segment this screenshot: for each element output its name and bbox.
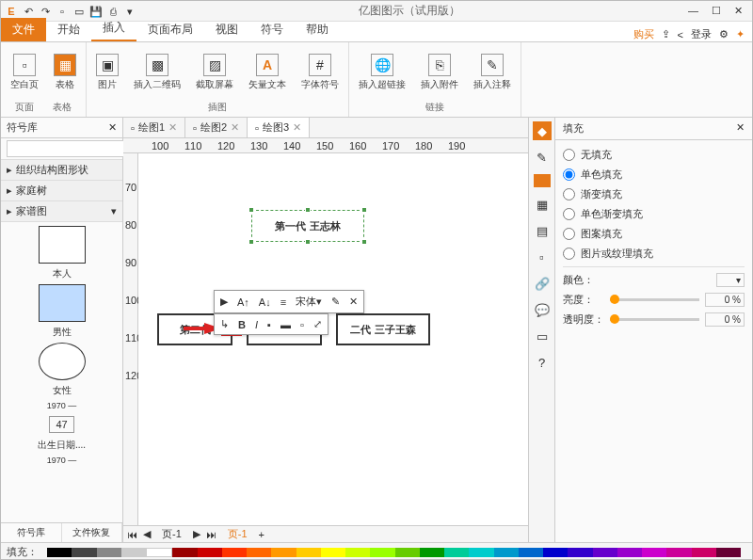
qrcode-button[interactable]: ▩插入二维码 — [128, 44, 186, 100]
tab-insert[interactable]: 插入 — [91, 16, 136, 41]
panel-close-icon[interactable]: ✕ — [736, 121, 745, 136]
shape-male[interactable] — [39, 284, 86, 322]
transparency-value[interactable]: 0 % — [705, 312, 745, 327]
number-box[interactable]: 47 — [49, 416, 73, 433]
add-page-icon[interactable]: + — [259, 529, 264, 540]
tab-view[interactable]: 视图 — [204, 18, 249, 41]
next-page-icon[interactable]: ▶ — [193, 528, 200, 540]
tab-symbol[interactable]: 符号 — [249, 18, 295, 41]
open-icon[interactable]: ▭ — [72, 5, 86, 18]
brightness-slider[interactable] — [610, 298, 699, 301]
font-select[interactable]: 宋体▾ — [292, 293, 326, 311]
tab-start[interactable]: 开始 — [46, 18, 91, 41]
shape-female[interactable] — [39, 343, 86, 380]
transparency-slider[interactable] — [610, 318, 699, 321]
comment-button[interactable]: ✎插入注释 — [468, 44, 517, 100]
close-tab-icon[interactable]: ✕ — [168, 121, 177, 134]
settings-icon[interactable]: ⚙ — [719, 28, 729, 40]
align-icon[interactable]: ≡ — [277, 295, 290, 310]
footer-tab-recovery[interactable]: 文件恢复 — [62, 523, 123, 542]
vector-text-button[interactable]: A矢量文本 — [243, 44, 292, 100]
close-tab-icon[interactable]: ✕ — [231, 121, 239, 134]
fill-solid[interactable]: 单色填充 — [563, 168, 745, 182]
category-family-tree[interactable]: ▸家庭树 — [1, 181, 122, 201]
doc-tab-1[interactable]: ▫绘图1✕ — [123, 118, 185, 137]
image-icon: ▣ — [96, 54, 119, 76]
share2-icon[interactable]: < — [678, 29, 683, 40]
shape-male-label: 男性 — [53, 326, 72, 339]
blank-page-button[interactable]: ▫空白页 — [5, 44, 44, 100]
last-page-icon[interactable]: ⏭ — [206, 529, 216, 540]
close-tab-icon[interactable]: ✕ — [293, 121, 301, 134]
link-tool-icon[interactable]: 🔗 — [533, 274, 552, 293]
file-tab[interactable]: 文件 — [1, 18, 46, 41]
close-toolbar-icon[interactable]: ✕ — [345, 294, 361, 310]
font-symbol-button[interactable]: #字体符号 — [296, 44, 344, 100]
more-icon[interactable]: ▫ — [296, 317, 308, 332]
line-icon[interactable]: ▬ — [277, 317, 295, 332]
doc-tab-2[interactable]: ▫绘图2✕ — [185, 118, 248, 137]
close-icon[interactable]: ✕ — [734, 5, 743, 17]
login-link[interactable]: 登录 — [691, 27, 712, 41]
fill-panel: 填充✕ 无填充 单色填充 渐变填充 单色渐变填充 图案填充 图片或纹理填充 颜色… — [554, 118, 752, 542]
format-painter-icon[interactable]: ✎ — [328, 294, 344, 310]
fill-status-label: 填充： — [7, 545, 38, 559]
category-genealogy[interactable]: ▸家谱图▾ — [1, 201, 122, 222]
font-bigger-icon[interactable]: A↑ — [233, 295, 253, 310]
footer-tab-library[interactable]: 符号库 — [1, 523, 62, 542]
node-gen2c[interactable]: 二代 三子王森 — [336, 313, 430, 345]
layout-tool-icon[interactable]: ▤ — [533, 221, 552, 240]
help-tool-icon[interactable]: ? — [533, 353, 552, 372]
node-gen1[interactable]: 第一代 王志林 — [251, 210, 364, 242]
undo-icon[interactable]: ↶ — [22, 5, 35, 18]
buy-link[interactable]: 购买 — [633, 27, 654, 41]
fill-icon[interactable]: ▪ — [264, 317, 275, 332]
table-button[interactable]: ▦表格 — [48, 44, 82, 100]
line-tool-icon[interactable]: ✎ — [533, 148, 552, 167]
first-page-icon[interactable]: ⏮ — [127, 529, 137, 540]
tab-page-layout[interactable]: 页面布局 — [136, 18, 204, 41]
maximize-icon[interactable]: ☐ — [712, 5, 721, 17]
canvas[interactable]: 第一代 王志林 第二代 二代 三子王森 ▶ A↑ A↓ ≡ 宋体▾ ✎ ✕ — [138, 153, 528, 525]
app-menu-icon[interactable]: ✦ — [736, 28, 745, 40]
doc-tab-3[interactable]: ▫绘图3✕ — [248, 118, 310, 137]
fill-gradient[interactable]: 渐变填充 — [563, 187, 745, 201]
font-smaller-icon[interactable]: A↓ — [255, 295, 275, 310]
tab-help[interactable]: 帮助 — [295, 18, 340, 41]
prev-page-icon[interactable]: ◀ — [143, 528, 151, 540]
new-icon[interactable]: ▫ — [56, 5, 69, 18]
shadow-tool-icon[interactable] — [534, 174, 551, 187]
attachment-button[interactable]: ⎘插入附件 — [415, 44, 464, 100]
panel-close-icon[interactable]: ✕ — [108, 121, 117, 134]
minimize-icon[interactable]: — — [688, 5, 698, 17]
image-button[interactable]: ▣图片 — [90, 44, 124, 100]
italic-icon[interactable]: I — [251, 317, 262, 332]
layer-tool-icon[interactable]: ▭ — [533, 327, 552, 345]
category-org-chart[interactable]: ▸组织结构图形状 — [1, 160, 122, 181]
birthdate-label: 出生日期.... — [38, 439, 86, 452]
page-tab-1[interactable]: 页-1 — [222, 526, 253, 542]
fill-picture[interactable]: 图片或纹理填充 — [563, 247, 745, 261]
shape-self[interactable] — [39, 226, 86, 264]
fill-tool-icon[interactable]: ◆ — [533, 121, 552, 140]
mini-toolbar: ▶ A↑ A↓ ≡ 宋体▾ ✎ ✕ — [214, 290, 364, 313]
search-input[interactable] — [7, 140, 136, 157]
color-picker[interactable]: ▾ — [716, 273, 745, 287]
fill-none[interactable]: 无填充 — [563, 148, 745, 162]
expand-icon[interactable]: ⤢ — [310, 316, 326, 332]
redo-icon[interactable]: ↷ — [39, 5, 52, 18]
fill-pattern[interactable]: 图案填充 — [563, 227, 745, 241]
page-tool-icon[interactable]: ▫ — [533, 248, 552, 266]
share-icon[interactable]: ⇪ — [662, 28, 670, 40]
comment-tool-icon[interactable]: 💬 — [533, 300, 552, 319]
brightness-value[interactable]: 0 % — [705, 293, 745, 307]
fill-solid-gradient[interactable]: 单色渐变填充 — [563, 207, 745, 221]
pointer-icon[interactable]: ▶ — [216, 294, 232, 310]
color-palette[interactable] — [47, 548, 741, 557]
bold-icon[interactable]: B — [234, 317, 249, 332]
theme-tool-icon[interactable]: ▦ — [533, 195, 552, 214]
status-bar: 填充： — [1, 542, 752, 560]
hyperlink-button[interactable]: 🌐插入超链接 — [353, 44, 411, 100]
connector-icon[interactable]: ↳ — [216, 316, 232, 332]
screenshot-button[interactable]: ▨截取屏幕 — [190, 44, 239, 100]
